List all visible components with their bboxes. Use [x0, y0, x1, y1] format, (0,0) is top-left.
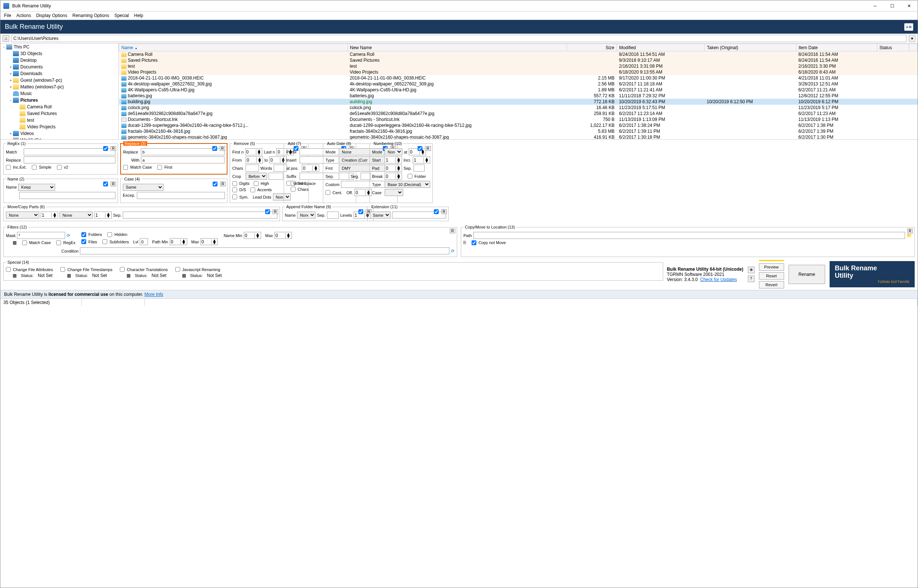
add-wordspace[interactable] [286, 181, 291, 186]
copy-icon[interactable]: ⎘ [464, 240, 466, 245]
remove-sym[interactable] [232, 194, 237, 199]
movecopy-spin2[interactable]: ▲▼ [94, 212, 112, 218]
jr-icon[interactable]: ▦ [182, 273, 186, 278]
refresh-icon[interactable]: ⟳ [66, 233, 70, 238]
case4-mode-select[interactable]: Same [123, 184, 163, 191]
reset-button[interactable]: Reset [759, 272, 784, 279]
col-newname[interactable]: New Name [347, 44, 567, 52]
rename-button[interactable]: Rename [789, 265, 825, 284]
regex-reset[interactable]: R [111, 146, 116, 151]
file-row[interactable]: 2018-04-21-11-01-00-IMG_0038.HEIC2018-04… [119, 75, 918, 81]
file-row[interactable]: colock.pngcolock.png16.46 KB11/23/2019 5… [119, 105, 918, 111]
file-row[interactable]: ducati-1299-superleggera-3840x2160-4k-ra… [119, 123, 918, 128]
file-row[interactable]: 4K-Wallpapers-Cs65-Ultra-HD.jpg4K-Wallpa… [119, 87, 918, 93]
ext-reset[interactable]: R [441, 209, 447, 214]
case4-enable[interactable] [213, 182, 218, 186]
ext-mode-select[interactable]: Same [370, 212, 391, 218]
file-row[interactable]: de51eeafe3932862c908d80a78a6477e.jpgde51… [119, 111, 918, 116]
col-itemdate[interactable]: Item Date [796, 44, 877, 52]
special-ct[interactable] [120, 267, 124, 272]
filters-reset[interactable]: R [450, 229, 455, 233]
append-sep-input[interactable] [327, 212, 339, 218]
numbering-enable[interactable] [418, 146, 422, 151]
file-row[interactable]: geometric-3840x2160-shapes-mosaic-hd-308… [119, 134, 918, 139]
name2-input[interactable] [19, 192, 115, 199]
autodate-sep-input[interactable] [339, 173, 349, 180]
file-row[interactable]: Saved PicturesSaved Pictures9/3/2018 9:1… [119, 57, 918, 63]
filters-regex[interactable] [56, 241, 61, 245]
tree-item[interactable]: test [0, 117, 118, 123]
cft-icon[interactable]: ▦ [67, 273, 71, 278]
numbering-folder[interactable] [407, 174, 412, 179]
filters-files[interactable] [81, 239, 86, 244]
regex-enable[interactable] [103, 146, 108, 151]
copymove-reset[interactable]: R [907, 229, 913, 233]
more-info-link[interactable]: More Info [145, 292, 163, 297]
tree-item[interactable]: −This PC [0, 44, 118, 50]
tree-item[interactable]: +Downloads [0, 70, 118, 77]
remove-accents[interactable] [251, 187, 255, 192]
menu-display-options[interactable]: Display Options [36, 13, 67, 18]
filters-condition-input[interactable] [80, 247, 449, 254]
filters-pathmax-spin[interactable]: ▲▼ [200, 238, 218, 245]
file-row[interactable]: Documents - Shortcut.lnkDocuments - Shor… [119, 116, 918, 123]
filters-mask-input[interactable] [17, 232, 65, 239]
file-row[interactable]: 4k-desktop-wallpaper_065227602_309.jpg4k… [119, 81, 918, 87]
close-button[interactable]: ✕ [900, 0, 918, 11]
menu-help[interactable]: Help [134, 13, 144, 18]
col-size[interactable]: Size [567, 44, 617, 52]
info-icon[interactable]: ✻ [748, 267, 755, 273]
filters-namemax-spin[interactable]: ▲▼ [275, 232, 292, 239]
tree-item[interactable]: −Pictures [0, 97, 118, 103]
movecopy-enable[interactable] [265, 209, 270, 214]
file-row[interactable]: Video ProjectsVideo Projects6/18/2020 9:… [119, 69, 918, 75]
tree-item[interactable]: Desktop [0, 57, 118, 64]
path-dropdown[interactable]: ▾ [909, 35, 915, 42]
remove-crop-input[interactable] [268, 173, 283, 180]
maximize-button[interactable]: ☐ [884, 0, 900, 11]
numbering-mode-select[interactable]: None [385, 148, 402, 155]
up-button[interactable]: ⌂ [3, 35, 9, 42]
name2-mode-select[interactable]: Keep [18, 184, 55, 191]
browse-icon[interactable]: 📁 [907, 233, 912, 238]
menu-file[interactable]: File [4, 13, 11, 18]
col-status[interactable]: Status [877, 44, 909, 52]
file-row[interactable]: fractals-3840x2160-4k-3816.jpgfractals-3… [119, 128, 918, 134]
check-updates-link[interactable]: Check for Updates [700, 277, 737, 282]
remove-high[interactable] [254, 181, 259, 186]
movecopy-reset[interactable]: R [273, 209, 278, 214]
help-icon[interactable]: ? [748, 276, 755, 282]
tree-item[interactable]: Saved Pictures [0, 110, 118, 117]
numbering-case-select[interactable] [385, 189, 403, 196]
col-name[interactable]: Name▲ [119, 44, 347, 52]
regex-simple[interactable] [32, 165, 37, 170]
special-jr[interactable] [175, 267, 180, 272]
remove-from-spin[interactable]: ▲▼ [246, 157, 263, 163]
filters-lvl-input[interactable] [140, 238, 148, 245]
case4-reset[interactable]: R [220, 182, 226, 186]
numbering-pad-spin[interactable]: ▲▼ [385, 165, 402, 171]
with-input[interactable] [141, 157, 225, 163]
replace-enable[interactable] [212, 146, 217, 151]
movecopy-select1[interactable]: None [6, 212, 39, 218]
filters-folders[interactable] [81, 232, 86, 237]
tree-item[interactable]: +Matteo (windows7-pc) [0, 84, 118, 90]
ct-icon[interactable]: ▦ [126, 273, 131, 278]
numbering-type-select[interactable]: Base 10 (Decimal) [385, 181, 430, 188]
append-name-select[interactable]: None [297, 212, 315, 218]
autodate-cent[interactable] [325, 190, 330, 195]
regex-incext[interactable] [6, 165, 11, 170]
regex-replace-input[interactable] [24, 157, 115, 163]
movecopy-select2[interactable]: None [60, 212, 93, 218]
remove-chars-input[interactable] [246, 165, 259, 171]
filters-hidden[interactable] [107, 232, 112, 237]
replace-reset[interactable]: R [220, 146, 225, 151]
numbering-break-spin[interactable]: ▲▼ [385, 173, 402, 180]
replace-first[interactable] [157, 165, 162, 170]
name2-enable[interactable] [103, 182, 108, 186]
filters-pathmin-spin[interactable]: ▲▼ [170, 238, 187, 245]
col-taken[interactable]: Taken (Original) [705, 44, 796, 52]
tree-item[interactable]: Video Projects [0, 123, 118, 130]
menu-actions[interactable]: Actions [16, 13, 31, 18]
filters-subfolders[interactable] [102, 239, 107, 244]
